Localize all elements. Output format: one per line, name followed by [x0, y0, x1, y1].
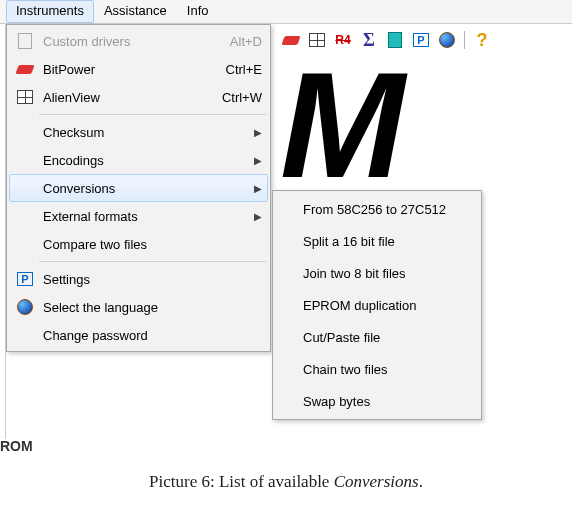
menu-alienview[interactable]: AlienView Ctrl+W	[9, 83, 268, 111]
menu-label: Custom drivers	[43, 34, 222, 49]
chip-icon[interactable]	[280, 30, 302, 50]
submenu-label: Join two 8 bit files	[303, 266, 406, 281]
blank-icon	[13, 234, 37, 254]
menu-custom-drivers[interactable]: Custom drivers Alt+D	[9, 27, 268, 55]
menu-encodings[interactable]: Encodings ▶	[9, 146, 268, 174]
menu-bitpower[interactable]: BitPower Ctrl+E	[9, 55, 268, 83]
sigma-icon[interactable]: Σ	[358, 30, 380, 50]
chip-icon	[13, 59, 37, 79]
menu-shortcut: Ctrl+E	[226, 62, 262, 77]
instruments-dropdown: Custom drivers Alt+D BitPower Ctrl+E Ali…	[6, 24, 271, 352]
blank-icon	[13, 325, 37, 345]
menu-label: Compare two files	[43, 237, 262, 252]
menu-settings[interactable]: P Settings	[9, 265, 268, 293]
menu-shortcut: Ctrl+W	[222, 90, 262, 105]
menu-change-password[interactable]: Change password	[9, 321, 268, 349]
submenu-label: Cut/Paste file	[303, 330, 380, 345]
submenu-label: Chain two files	[303, 362, 388, 377]
menu-label: External formats	[43, 209, 246, 224]
toolbar-fragment: R4 Σ P ?	[280, 30, 493, 50]
doc-icon	[13, 31, 37, 51]
menu-shortcut: Alt+D	[230, 34, 262, 49]
menu-info[interactable]: Info	[177, 0, 219, 23]
blank-icon	[13, 122, 37, 142]
menu-checksum[interactable]: Checksum ▶	[9, 118, 268, 146]
menu-compare-files[interactable]: Compare two files	[9, 230, 268, 258]
caption-suffix: .	[419, 472, 423, 491]
grid-icon	[13, 87, 37, 107]
menu-select-language[interactable]: Select the language	[9, 293, 268, 321]
caption-prefix: Picture 6: List of available	[149, 472, 334, 491]
caption-emphasis: Conversions	[334, 472, 419, 491]
menubar: Instruments Assistance Info	[0, 0, 572, 24]
menu-external-formats[interactable]: External formats ▶	[9, 202, 268, 230]
menu-label: Select the language	[43, 300, 262, 315]
teal-icon[interactable]	[384, 30, 406, 50]
figure-caption: Picture 6: List of available Conversions…	[0, 472, 572, 492]
grid-icon[interactable]	[306, 30, 328, 50]
menu-label: Conversions	[43, 181, 246, 196]
menu-label: Change password	[43, 328, 262, 343]
menu-label: Encodings	[43, 153, 246, 168]
p-box-icon[interactable]: P	[410, 30, 432, 50]
globe-icon	[13, 297, 37, 317]
blank-icon	[13, 178, 37, 198]
submenu-label: Split a 16 bit file	[303, 234, 395, 249]
blank-icon	[13, 150, 37, 170]
menu-conversions[interactable]: Conversions ▶	[9, 174, 268, 202]
menu-separator	[39, 261, 266, 262]
submenu-label: From 58C256 to 27C512	[303, 202, 446, 217]
conversions-submenu: From 58C256 to 27C512 Split a 16 bit fil…	[272, 190, 482, 420]
submenu-join-8bit[interactable]: Join two 8 bit files	[275, 257, 479, 289]
submenu-split-16bit[interactable]: Split a 16 bit file	[275, 225, 479, 257]
toolbar-separator	[464, 31, 465, 49]
blank-icon	[13, 206, 37, 226]
menu-label: Checksum	[43, 125, 246, 140]
globe-icon[interactable]	[436, 30, 458, 50]
help-icon[interactable]: ?	[471, 30, 493, 50]
submenu-cut-paste[interactable]: Cut/Paste file	[275, 321, 479, 353]
background-logo: MIUM	[280, 60, 450, 210]
menu-separator	[39, 114, 266, 115]
submenu-arrow-icon: ▶	[254, 155, 262, 166]
submenu-arrow-icon: ▶	[254, 127, 262, 138]
menu-label: Settings	[43, 272, 262, 287]
submenu-arrow-icon: ▶	[254, 211, 262, 222]
red-r-icon[interactable]: R4	[332, 30, 354, 50]
submenu-from-58c256[interactable]: From 58C256 to 27C512	[275, 193, 479, 225]
rom-label-fragment: ROM	[0, 438, 33, 454]
p-box-icon: P	[13, 269, 37, 289]
menu-assistance[interactable]: Assistance	[94, 0, 177, 23]
submenu-label: Swap bytes	[303, 394, 370, 409]
submenu-swap-bytes[interactable]: Swap bytes	[275, 385, 479, 417]
menu-label: BitPower	[43, 62, 218, 77]
menu-label: AlienView	[43, 90, 214, 105]
menu-instruments[interactable]: Instruments	[6, 0, 94, 23]
submenu-arrow-icon: ▶	[254, 183, 262, 194]
submenu-eprom-dup[interactable]: EPROM duplication	[275, 289, 479, 321]
submenu-chain-files[interactable]: Chain two files	[275, 353, 479, 385]
submenu-label: EPROM duplication	[303, 298, 416, 313]
